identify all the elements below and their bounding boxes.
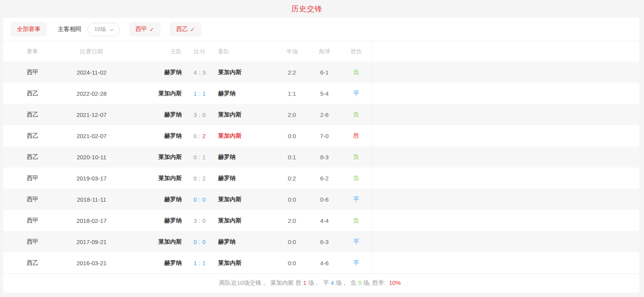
home-team-name: 赫罗纳 <box>164 111 182 118</box>
home-team-name: 赫罗纳 <box>164 259 182 267</box>
halftime-cell: 0:0 <box>276 125 308 146</box>
score-colon: : <box>199 154 200 160</box>
score-colon: : <box>199 175 200 182</box>
halftime-cell: 0:2 <box>276 168 308 189</box>
score-cell: 4 : 3 <box>182 62 217 83</box>
home-score: 4 <box>194 69 197 76</box>
home-score: 0 <box>194 154 197 160</box>
home-team-name: 莱加内斯 <box>158 153 182 161</box>
away-score: 0 <box>202 239 205 245</box>
home-team-name: 赫罗纳 <box>164 132 182 140</box>
away-team-name: 莱加内斯 <box>218 111 242 118</box>
home-score: 0 <box>194 239 197 245</box>
away-team-name: 莱加内斯 <box>218 196 242 203</box>
column-header-score: 比分 <box>182 41 217 62</box>
away-score: 0 <box>202 196 205 203</box>
away-score: 1 <box>202 260 205 266</box>
score-colon: : <box>199 260 200 266</box>
home-score: 1 <box>194 260 197 266</box>
result-badge: 平 <box>353 196 359 203</box>
league-filter-segunda[interactable]: 西乙 ✓ <box>170 22 201 36</box>
corners-cell: 5-4 <box>308 83 341 104</box>
away-score: 1 <box>202 154 205 160</box>
score-cell: 0 : 1 <box>182 146 217 168</box>
corners-cell: 4-6 <box>308 252 341 273</box>
corners-cell: 2-6 <box>308 104 341 125</box>
away-team-name: 莱加内斯 <box>218 217 242 224</box>
score-cell: 0 : 0 <box>182 231 217 252</box>
halftime-cell: 0:0 <box>276 252 308 273</box>
home-score: 3 <box>194 111 197 118</box>
date-cell: 2017-09-21 <box>62 231 121 252</box>
column-header-home: 主队 <box>121 41 182 62</box>
column-header-away: 客队 <box>217 41 276 62</box>
match-count-value: 10场 <box>94 26 106 33</box>
away-score: 1 <box>202 90 205 97</box>
away-score: 2 <box>202 175 205 182</box>
league-cell: 西甲 <box>3 231 62 252</box>
home-team-name: 莱加内斯 <box>158 90 182 97</box>
score-colon: : <box>199 217 200 224</box>
league-cell: 西乙 <box>3 125 62 146</box>
summary-segment: 10% <box>389 279 401 286</box>
league-filter-label: 西甲 <box>136 26 147 33</box>
home-score: 1 <box>194 90 197 97</box>
summary-segment: 场， <box>334 279 351 286</box>
home-team-name: 莱加内斯 <box>158 238 182 246</box>
summary-segment: 两队近10场交锋， <box>219 279 270 286</box>
check-icon: ✓ <box>150 26 154 33</box>
summary-segment: 负 <box>350 279 358 286</box>
home-team-name: 莱加内斯 <box>158 175 182 182</box>
summary-segment: 莱加内斯 胜 <box>270 279 303 286</box>
corners-cell: 7-0 <box>308 125 341 146</box>
league-cell: 西甲 <box>3 168 62 189</box>
result-badge: 负 <box>353 111 359 118</box>
date-cell: 2021-02-07 <box>62 125 121 146</box>
away-team-name: 莱加内斯 <box>218 69 242 76</box>
score-colon: : <box>199 111 200 118</box>
history-panel: 全部赛事 主客相同 10场 西甲 ✓ 西乙 ✓ 赛事 比赛日期 主队 比分 客队… <box>3 18 639 293</box>
league-cell: 西乙 <box>3 104 62 125</box>
table-row: 西乙 2021-12-07 赫罗纳 3 : 0 莱加内斯 2:0 2-6 负 <box>3 104 639 125</box>
league-filter-laliga[interactable]: 西甲 ✓ <box>129 22 161 36</box>
summary-segment: 场, 胜率: <box>361 279 389 286</box>
halftime-cell: 0:0 <box>276 231 308 252</box>
all-events-button[interactable]: 全部赛事 <box>11 22 47 36</box>
league-cell: 西甲 <box>3 62 62 83</box>
result-badge: 胜 <box>353 132 359 140</box>
column-header-corners: 角球 <box>308 41 341 62</box>
column-header-halftime: 半场 <box>276 41 308 62</box>
table-row: 西甲 2018-11-11 赫罗纳 0 : 0 莱加内斯 0:0 0-6 平 <box>3 189 639 210</box>
summary-segment: 1 <box>303 279 306 286</box>
score-cell: 0 : 2 <box>182 168 217 189</box>
away-team-name: 赫罗纳 <box>218 238 236 246</box>
page-header: 历史交锋 <box>0 0 614 18</box>
date-cell: 2019-03-17 <box>62 168 121 189</box>
league-filter-label: 西乙 <box>176 26 188 33</box>
check-icon: ✓ <box>190 26 195 33</box>
match-count-select[interactable]: 10场 <box>88 23 120 36</box>
date-cell: 2024-11-02 <box>62 62 121 83</box>
home-score: 3 <box>194 217 197 224</box>
score-cell: 1 : 1 <box>182 252 217 273</box>
home-score: 0 <box>194 175 197 182</box>
date-cell: 2022-02-28 <box>62 83 121 104</box>
filter-bar: 全部赛事 主客相同 10场 西甲 ✓ 西乙 ✓ <box>3 18 639 41</box>
date-cell: 2016-03-21 <box>62 252 121 273</box>
away-team-name: 莱加内斯 <box>218 259 242 267</box>
corners-cell: 6-2 <box>308 168 341 189</box>
score-colon: : <box>199 196 200 203</box>
page-title: 历史交锋 <box>291 4 323 14</box>
column-header-date: 比赛日期 <box>62 41 121 62</box>
home-team-name: 赫罗纳 <box>164 217 182 224</box>
date-cell: 2018-11-11 <box>62 189 121 210</box>
all-events-label: 全部赛事 <box>17 26 40 33</box>
home-score: 0 <box>194 196 197 203</box>
result-badge: 负 <box>353 153 359 161</box>
halftime-cell: 2:2 <box>276 62 308 83</box>
date-cell: 2020-10-11 <box>62 146 121 168</box>
corners-cell: 4-4 <box>308 210 341 231</box>
table-body: 西甲 2024-11-02 赫罗纳 4 : 3 莱加内斯 2:2 6-1 负 西… <box>3 62 639 273</box>
same-venue-filter[interactable]: 主客相同 <box>58 26 81 33</box>
date-cell: 2021-12-07 <box>62 104 121 125</box>
